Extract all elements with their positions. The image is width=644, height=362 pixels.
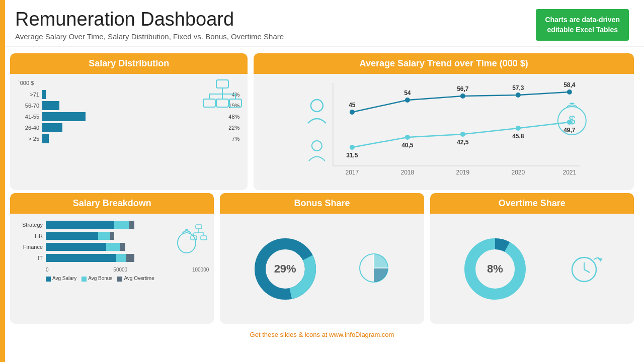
salary-breakdown-panel: Salary Breakdown Strategy HR Finance IT bbox=[10, 193, 214, 324]
overtime-bar bbox=[126, 254, 134, 262]
left-accent-bar bbox=[0, 0, 5, 362]
svg-text:2021: 2021 bbox=[563, 169, 577, 176]
svg-rect-47 bbox=[201, 236, 207, 240]
page-title: Remuneration Dashboard bbox=[15, 9, 284, 30]
overtime-bar bbox=[120, 243, 125, 251]
svg-text:40,5: 40,5 bbox=[401, 142, 414, 149]
svg-text:$: $ bbox=[569, 113, 575, 127]
legend-item: Avg Salary bbox=[46, 276, 76, 281]
org-chart-icon bbox=[202, 79, 243, 116]
overtime-share-panel: Overtime Share 8% bbox=[430, 193, 634, 324]
breakdown-bar-label: Finance bbox=[15, 244, 43, 250]
trend-header: Average Salary Trend over Time (000 $) bbox=[254, 53, 634, 74]
svg-rect-6 bbox=[203, 99, 215, 107]
svg-point-18 bbox=[350, 110, 355, 115]
svg-text:2020: 2020 bbox=[512, 169, 525, 176]
axis-50k: 50000 bbox=[113, 267, 127, 273]
dist-bar-label: 56-70 bbox=[18, 103, 39, 109]
svg-text:54: 54 bbox=[404, 89, 411, 97]
badge-line2: editable Excel Tables bbox=[547, 26, 618, 34]
salary-distribution-body: `000 $ >71 4% 56-70 19% 41-55 48% 26-40 … bbox=[10, 74, 248, 190]
axis-100k: 100000 bbox=[192, 267, 209, 273]
breakdown-legend: Avg SalaryAvg BonusAvg Overtime bbox=[15, 276, 209, 281]
bonus-share-panel: Bonus Share 29% bbox=[220, 193, 424, 324]
legend-dot bbox=[82, 277, 87, 282]
svg-point-31 bbox=[516, 126, 521, 131]
dist-bar-track bbox=[42, 134, 229, 143]
svg-rect-7 bbox=[216, 99, 228, 107]
overtime-donut: 8% bbox=[462, 236, 528, 302]
footer: Get these slides & icons at www.infoDiag… bbox=[0, 329, 644, 341]
legend-dot bbox=[117, 277, 122, 282]
bonus-bar bbox=[106, 243, 120, 251]
dist-bar-fill bbox=[42, 123, 62, 132]
trend-body: 2017 2018 2019 2020 2021 45 54 56,7 57,3… bbox=[254, 74, 634, 190]
svg-point-20 bbox=[460, 94, 465, 99]
svg-point-10 bbox=[312, 141, 322, 151]
svg-rect-41 bbox=[196, 225, 202, 229]
dist-bar-track bbox=[42, 112, 226, 121]
svg-line-57 bbox=[584, 269, 590, 273]
salary-bar bbox=[46, 232, 98, 240]
trend-panel: Average Salary Trend over Time (000 $) 2… bbox=[254, 53, 634, 190]
svg-text:42,5: 42,5 bbox=[457, 139, 469, 146]
header: Remuneration Dashboard Average Salary Ov… bbox=[0, 0, 644, 47]
dist-bar-fill bbox=[42, 134, 49, 143]
bonus-share-header: Bonus Share bbox=[220, 193, 424, 214]
header-left: Remuneration Dashboard Average Salary Ov… bbox=[15, 9, 284, 41]
overtime-share-body: 8% bbox=[430, 214, 634, 324]
bonus-bar bbox=[116, 254, 126, 262]
dist-bar-track bbox=[42, 90, 229, 99]
bonus-bar bbox=[114, 221, 129, 229]
legend-dot bbox=[46, 277, 51, 282]
overtime-donut-container: 8% bbox=[438, 220, 626, 318]
dist-bar-label: 26-40 bbox=[18, 125, 39, 131]
salary-breakdown-header: Salary Breakdown bbox=[10, 193, 214, 214]
dist-bar-label: 41-55 bbox=[18, 114, 39, 120]
bonus-pct-label: 29% bbox=[274, 262, 296, 276]
dist-bar-track bbox=[42, 101, 226, 110]
svg-rect-8 bbox=[229, 99, 242, 107]
dist-bar-label: >71 bbox=[18, 92, 39, 98]
breakdown-axis: 0 50000 100000 bbox=[15, 267, 209, 273]
svg-text:45,8: 45,8 bbox=[512, 133, 524, 140]
dist-bar-row: > 25 7% bbox=[18, 134, 239, 143]
dist-bar-row: 26-40 22% bbox=[18, 123, 239, 132]
salary-distribution-panel: Salary Distribution `000 $ >71 4% 56-70 … bbox=[10, 53, 248, 190]
badge-line1: Charts are data-driven bbox=[545, 16, 620, 24]
salary-bar bbox=[46, 254, 116, 262]
breakdown-icon bbox=[175, 224, 210, 256]
bonus-share-body: 29% bbox=[220, 214, 424, 324]
dist-bar-fill bbox=[42, 112, 86, 121]
svg-point-29 bbox=[405, 135, 410, 140]
bonus-donut-container: 29% bbox=[228, 220, 416, 318]
svg-marker-58 bbox=[598, 258, 602, 261]
salary-bar bbox=[46, 221, 114, 229]
dist-bar-fill bbox=[42, 90, 46, 99]
dist-bar-pct: 7% bbox=[231, 136, 239, 142]
dist-bar-track bbox=[42, 123, 226, 132]
salary-breakdown-body: Strategy HR Finance IT 0 5000 bbox=[10, 214, 214, 324]
breakdown-bar-label: Strategy bbox=[15, 222, 43, 228]
excel-badge: Charts are data-driven editable Excel Ta… bbox=[536, 9, 629, 41]
dist-bar-fill bbox=[42, 101, 59, 110]
legend-item: Avg Bonus bbox=[82, 276, 112, 281]
bonus-donut: 29% bbox=[253, 236, 318, 302]
legend-item: Avg Overtime bbox=[117, 276, 154, 281]
page-subtitle: Average Salary Over Time, Salary Distrib… bbox=[15, 32, 284, 41]
overtime-bar bbox=[129, 221, 134, 229]
svg-point-19 bbox=[405, 98, 410, 103]
dist-bar-label: > 25 bbox=[18, 136, 39, 142]
overtime-share-header: Overtime Share bbox=[430, 193, 634, 214]
overtime-clock-icon bbox=[567, 250, 602, 288]
trend-chart-svg: 2017 2018 2019 2020 2021 45 54 56,7 57,3… bbox=[259, 78, 629, 184]
svg-text:31,5: 31,5 bbox=[346, 152, 358, 159]
salary-bar bbox=[46, 243, 106, 251]
footer-brand: infoDiagram bbox=[345, 331, 380, 338]
breakdown-bar-label: HR bbox=[15, 233, 43, 239]
bonus-bar bbox=[98, 232, 110, 240]
bottom-grid: Salary Breakdown Strategy HR Finance IT bbox=[0, 193, 644, 329]
svg-point-21 bbox=[516, 93, 521, 98]
breakdown-bar-label: IT bbox=[15, 255, 43, 261]
svg-point-30 bbox=[460, 132, 465, 137]
